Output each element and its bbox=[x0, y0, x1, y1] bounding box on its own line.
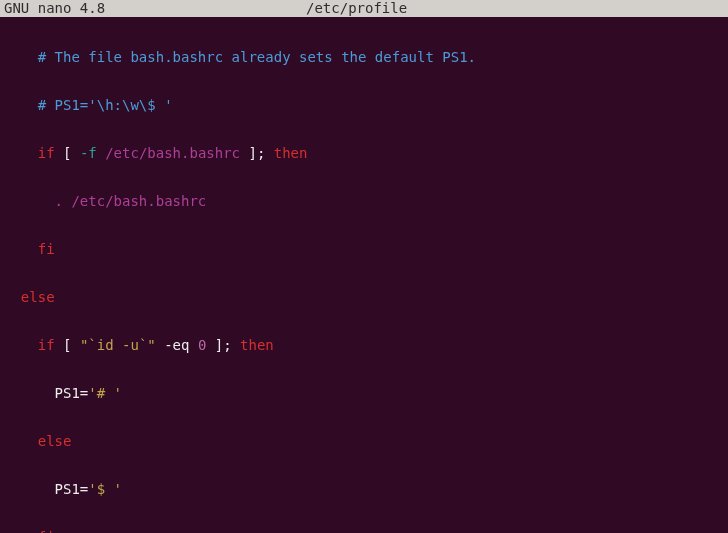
open-filename: /etc/profile bbox=[105, 0, 608, 17]
kw-then: then bbox=[240, 337, 274, 353]
kw-if: if bbox=[38, 337, 55, 353]
kw-then: then bbox=[274, 145, 308, 161]
app-name: GNU nano 4.8 bbox=[0, 0, 105, 17]
titlebar-right-spacer bbox=[608, 0, 728, 17]
kw-else: else bbox=[38, 433, 72, 449]
nano-titlebar: GNU nano 4.8 /etc/profile bbox=[0, 0, 728, 17]
code-comment: # The file bash.bashrc already sets the … bbox=[38, 49, 476, 65]
code-comment: # PS1= bbox=[38, 97, 89, 113]
code-path: . /etc/bash.bashrc bbox=[55, 193, 207, 209]
kw-fi: fi bbox=[38, 241, 55, 257]
kw-else: else bbox=[21, 289, 55, 305]
code-string: '$ ' bbox=[88, 481, 122, 497]
terminal-window: GNU nano 4.8 /etc/profile # The file bas… bbox=[0, 0, 728, 533]
code-string: '# ' bbox=[88, 385, 122, 401]
editor-area[interactable]: # The file bash.bashrc already sets the … bbox=[0, 17, 728, 533]
code-string: '\h:\w\$ ' bbox=[88, 97, 172, 113]
kw-if: if bbox=[38, 145, 55, 161]
kw-fi: fi bbox=[38, 529, 55, 533]
